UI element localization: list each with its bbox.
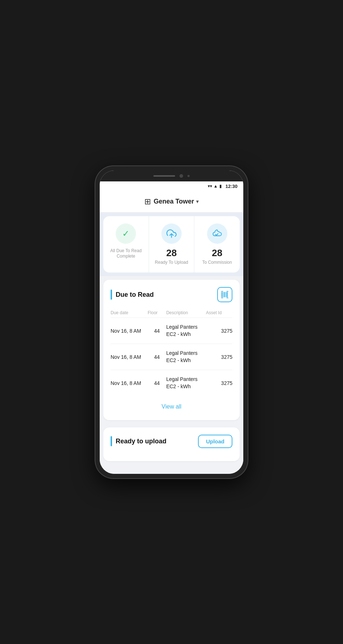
battery-icon: ▮	[219, 184, 222, 189]
col-header-floor: Floor	[148, 310, 166, 315]
svg-rect-2	[224, 292, 225, 298]
view-all-link[interactable]: View all	[111, 401, 232, 413]
upload-circle-icon	[161, 223, 182, 244]
signal-icon: ▲	[214, 184, 218, 189]
upload-section-accent-bar	[111, 436, 112, 446]
commission-count: 28	[212, 248, 222, 258]
app-content: ⊞ Genea Tower ▾ ✓ All Due To Read Comple…	[100, 191, 243, 474]
ready-upload-label: Ready To Upload	[155, 260, 188, 266]
col-header-asset-id: Asset Id	[206, 310, 232, 315]
status-icons: ▾▾ ▲ ▮	[208, 184, 222, 189]
phone-screen: ▾▾ ▲ ▮ 12:30 ⊞ Genea Tower ▾	[100, 171, 243, 474]
summary-card: ✓ All Due To Read Complete 28	[103, 216, 240, 273]
col-header-due-date: Due date	[111, 310, 148, 315]
summary-item-all-due[interactable]: ✓ All Due To Read Complete	[103, 216, 149, 273]
table-row[interactable]: Nov 16, 8 AM 44 Legal PantersEC2 - kWh 3…	[111, 370, 232, 396]
svg-rect-0	[222, 292, 223, 298]
header-title-text: Genea Tower	[154, 198, 194, 205]
status-time: 12:30	[226, 184, 237, 189]
row2-floor: 44	[148, 354, 166, 360]
ready-to-upload-title: Ready to upload	[116, 438, 166, 445]
svg-rect-3	[226, 292, 226, 298]
ready-to-upload-header: Ready to upload Upload	[111, 435, 232, 448]
phone-top-bar	[100, 171, 243, 181]
section-title-wrapper: Due to Read	[111, 290, 154, 300]
due-to-read-section: Due to Read D	[103, 280, 240, 420]
ready-upload-count: 28	[166, 248, 177, 258]
table-row[interactable]: Nov 16, 8 AM 44 Legal PantersEC2 - kWh 3…	[111, 344, 232, 370]
barcode-scan-button[interactable]	[217, 287, 232, 302]
header-title: Genea Tower ▾	[154, 198, 199, 205]
row1-due-date: Nov 16, 8 AM	[111, 328, 148, 334]
summary-item-commission[interactable]: 28 To Commission	[194, 216, 240, 273]
row1-description: Legal PantersEC2 - kWh	[166, 324, 206, 338]
table-header: Due date Floor Description Asset Id	[111, 308, 232, 317]
upload-section-title-wrapper: Ready to upload	[111, 436, 166, 446]
commission-label: To Commission	[202, 260, 232, 266]
svg-rect-1	[223, 292, 223, 298]
status-bar: ▾▾ ▲ ▮ 12:30	[100, 181, 243, 191]
row1-floor: 44	[148, 328, 166, 334]
row1-asset-id: 3275	[206, 328, 232, 334]
col-header-description: Description	[166, 310, 206, 315]
summary-section: ✓ All Due To Read Complete 28	[100, 213, 243, 276]
row3-due-date: Nov 16, 8 AM	[111, 380, 148, 386]
wifi-icon: ▾▾	[208, 184, 212, 189]
notch-camera	[179, 174, 183, 178]
chevron-down-icon[interactable]: ▾	[196, 199, 199, 204]
row2-asset-id: 3275	[206, 354, 232, 360]
phone-device: ▾▾ ▲ ▮ 12:30 ⊞ Genea Tower ▾	[95, 166, 248, 478]
table-row[interactable]: Nov 16, 8 AM 44 Legal PantersEC2 - kWh 3…	[111, 317, 232, 344]
notch-dot	[187, 175, 190, 177]
due-to-read-title: Due to Read	[116, 291, 154, 299]
commission-cloud-icon	[212, 229, 222, 239]
upload-button[interactable]: Upload	[198, 435, 232, 448]
building-icon: ⊞	[144, 197, 151, 206]
row3-description: Legal PantersEC2 - kWh	[166, 376, 206, 390]
ready-to-upload-section: Ready to upload Upload	[103, 427, 240, 461]
row2-description: Legal PantersEC2 - kWh	[166, 350, 206, 364]
barcode-icon	[221, 291, 229, 299]
svg-rect-4	[227, 292, 228, 298]
upload-cloud-icon	[166, 229, 177, 239]
row2-due-date: Nov 16, 8 AM	[111, 354, 148, 360]
notch-bar	[153, 175, 175, 177]
app-header: ⊞ Genea Tower ▾	[100, 191, 243, 213]
section-accent-bar	[111, 290, 112, 300]
commission-circle-icon	[207, 223, 227, 244]
due-to-read-header: Due to Read	[111, 287, 232, 302]
row3-asset-id: 3275	[206, 380, 232, 386]
summary-item-ready-upload[interactable]: 28 Ready To Upload	[149, 216, 195, 273]
all-due-label: All Due To Read Complete	[107, 248, 145, 259]
row3-floor: 44	[148, 380, 166, 386]
check-circle-icon: ✓	[116, 223, 136, 244]
checkmark-icon: ✓	[122, 229, 129, 239]
